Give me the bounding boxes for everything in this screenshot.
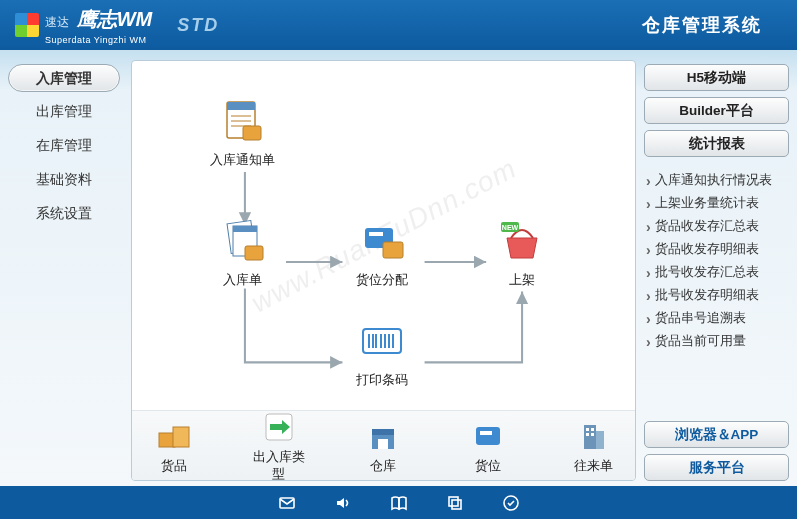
svg-rect-38 [586, 433, 589, 436]
node-alloc-label: 货位分配 [337, 272, 427, 289]
node-inbound[interactable]: 入库单 [197, 216, 287, 289]
main-body: 入库管理 出库管理 在库管理 基础资料 系统设置 www.RuanFuDnn.c… [0, 50, 797, 486]
report-list: 入库通知执行情况表 上架业务量统计表 货品收发存汇总表 货品收发存明细表 批号收… [644, 169, 789, 353]
svg-rect-30 [372, 429, 394, 435]
node-barcode-label: 打印条码 [337, 372, 427, 389]
nav-settings[interactable]: 系统设置 [8, 200, 120, 228]
logo-subtitle: Superdata Yingzhi WM [45, 35, 152, 45]
svg-rect-34 [584, 425, 596, 449]
bitem-warehouse[interactable]: 仓库 [354, 417, 414, 475]
node-shelve-label: 上架 [477, 272, 567, 289]
barcode-icon [357, 316, 407, 366]
bitem-location[interactable]: 货位 [458, 417, 518, 475]
svg-rect-14 [369, 232, 383, 236]
btn-service[interactable]: 服务平台 [644, 454, 789, 481]
book-icon[interactable] [390, 494, 408, 512]
logo-wm: 鹰志WM [77, 8, 153, 30]
report-item[interactable]: 入库通知执行情况表 [644, 169, 789, 192]
svg-rect-33 [480, 431, 492, 435]
btn-browser[interactable]: 浏览器＆APP [644, 421, 789, 448]
workflow-diagram: www.RuanFuDnn.com 入库通知单 [132, 61, 635, 410]
svg-rect-31 [378, 439, 388, 449]
sound-icon[interactable] [334, 494, 352, 512]
basket-icon: NEW [497, 216, 547, 266]
svg-rect-39 [591, 433, 594, 436]
node-barcode[interactable]: 打印条码 [337, 316, 427, 389]
svg-rect-15 [383, 242, 403, 258]
svg-rect-37 [591, 428, 594, 431]
bitem-goods-label: 货品 [144, 458, 204, 475]
app-title: 仓库管理系统 [642, 13, 762, 37]
svg-rect-35 [596, 431, 604, 449]
svg-text:NEW: NEW [502, 224, 519, 231]
copy-icon[interactable] [446, 494, 464, 512]
papers-icon [217, 216, 267, 266]
svg-rect-32 [476, 427, 500, 445]
node-alloc[interactable]: 货位分配 [337, 216, 427, 289]
svg-rect-41 [449, 497, 458, 506]
nav-outbound[interactable]: 出库管理 [8, 98, 120, 126]
svg-rect-42 [452, 500, 461, 509]
center-panel: www.RuanFuDnn.com 入库通知单 [131, 60, 636, 481]
document-icon [217, 96, 267, 146]
warehouse-icon [364, 417, 402, 455]
logo-icon [15, 13, 39, 37]
report-item[interactable]: 上架业务量统计表 [644, 192, 789, 215]
node-inbound-label: 入库单 [197, 272, 287, 289]
svg-rect-8 [243, 126, 261, 140]
bitem-iotype-label: 出入库类型 [249, 449, 309, 481]
svg-rect-11 [233, 226, 257, 232]
nav-instock[interactable]: 在库管理 [8, 132, 120, 160]
boxes-icon [155, 417, 193, 455]
node-shelve[interactable]: NEW 上架 [477, 216, 567, 289]
logo-area: 速达 鹰志WM Superdata Yingzhi WM [15, 6, 152, 45]
svg-rect-40 [280, 498, 294, 508]
svg-rect-4 [227, 102, 255, 110]
app-header: 速达 鹰志WM Superdata Yingzhi WM STD 仓库管理系统 [0, 0, 797, 50]
btn-h5[interactable]: H5移动端 [644, 64, 789, 91]
bitem-vendor-label: 往来单 [563, 458, 623, 475]
left-nav: 入库管理 出库管理 在库管理 基础资料 系统设置 [8, 60, 123, 481]
bitem-warehouse-label: 仓库 [354, 458, 414, 475]
nav-inbound[interactable]: 入库管理 [8, 64, 120, 92]
bitem-location-label: 货位 [458, 458, 518, 475]
svg-rect-12 [245, 246, 263, 260]
right-panel: H5移动端 Builder平台 统计报表 入库通知执行情况表 上架业务量统计表 … [644, 60, 789, 481]
bitem-vendor[interactable]: 往来单 [563, 417, 623, 475]
slot-icon [469, 417, 507, 455]
logo-brand: 速达 [45, 15, 69, 29]
location-alloc-icon [357, 216, 407, 266]
svg-rect-27 [173, 427, 189, 447]
report-item[interactable]: 批号收发存明细表 [644, 284, 789, 307]
footer-bar [0, 486, 797, 519]
bitem-iotype[interactable]: 出入库类型 [249, 408, 309, 481]
report-item[interactable]: 货品收发存汇总表 [644, 215, 789, 238]
btn-reports[interactable]: 统计报表 [644, 130, 789, 157]
building-icon [574, 417, 612, 455]
report-item[interactable]: 批号收发存汇总表 [644, 261, 789, 284]
report-item[interactable]: 货品串号追溯表 [644, 307, 789, 330]
check-icon[interactable] [502, 494, 520, 512]
bitem-goods[interactable]: 货品 [144, 417, 204, 475]
edition-label: STD [177, 15, 219, 36]
report-item[interactable]: 货品当前可用量 [644, 330, 789, 353]
node-notice-label: 入库通知单 [197, 152, 287, 169]
btn-builder[interactable]: Builder平台 [644, 97, 789, 124]
nav-basedata[interactable]: 基础资料 [8, 166, 120, 194]
report-item[interactable]: 货品收发存明细表 [644, 238, 789, 261]
svg-rect-36 [586, 428, 589, 431]
node-notice[interactable]: 入库通知单 [197, 96, 287, 169]
bottom-toolbar: 货品 出入库类型 仓库 货位 往来单 [132, 410, 635, 480]
mail-icon[interactable] [278, 494, 296, 512]
swap-icon [260, 408, 298, 446]
